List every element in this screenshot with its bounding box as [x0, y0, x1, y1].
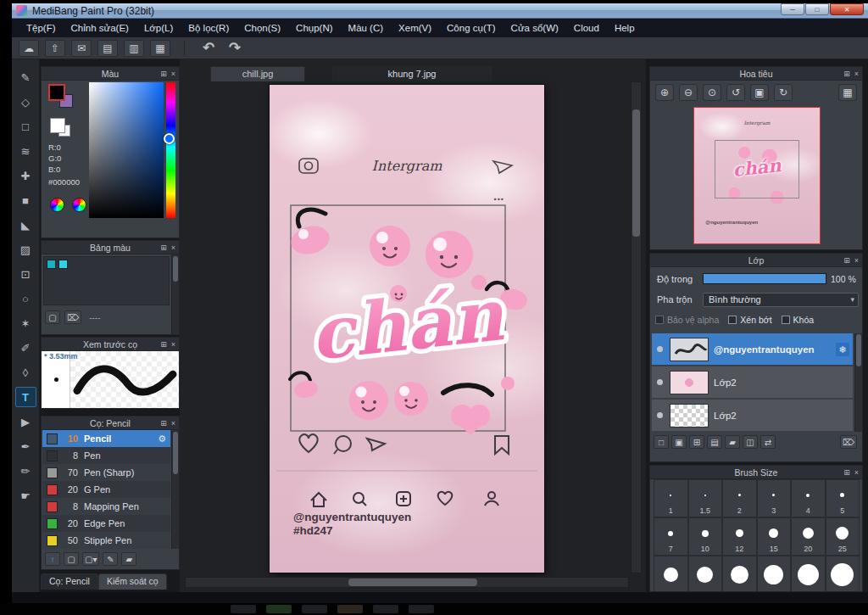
brush-size-option[interactable]: 2: [722, 479, 757, 517]
navigator-header[interactable]: Hoa tiêu ⊞ ×: [650, 67, 862, 81]
close-icon[interactable]: ×: [854, 466, 859, 479]
menu-cloud[interactable]: Cloud: [566, 19, 607, 37]
scrollbar-thumb[interactable]: [173, 256, 178, 282]
brush-size-option[interactable]: [826, 556, 860, 592]
gradient-tool[interactable]: ▨: [15, 239, 36, 260]
brush-size-option[interactable]: 15: [757, 517, 792, 556]
redo-button[interactable]: ↷: [225, 40, 245, 57]
saturation-value-picker[interactable]: [89, 82, 164, 218]
checkbox-box[interactable]: [782, 316, 790, 324]
popout-icon[interactable]: ⊞: [160, 338, 167, 351]
tab-brush-control[interactable]: Kiểm soát cọ: [98, 573, 167, 590]
new-layer-button[interactable]: □: [654, 435, 669, 449]
popout-icon[interactable]: ⊞: [843, 67, 850, 81]
brush-size-option[interactable]: 10: [688, 517, 723, 556]
delete-palette-color-button[interactable]: ⌦: [64, 310, 81, 324]
add-folder-button[interactable]: ▤: [707, 435, 722, 449]
popout-icon[interactable]: ⊞: [843, 254, 850, 267]
brush-size-option[interactable]: 12: [722, 517, 757, 556]
move-tool[interactable]: ✚: [15, 165, 36, 186]
layer-row[interactable]: Lớp2: [652, 400, 853, 432]
cloud-icon[interactable]: ☁: [19, 40, 39, 57]
brush-size-option[interactable]: [654, 556, 688, 592]
close-icon[interactable]: ×: [171, 417, 175, 430]
delete-layer-button[interactable]: ⌦: [840, 435, 857, 449]
panel-layout-icon[interactable]: ▦: [150, 40, 170, 57]
menu-cong-cu[interactable]: Công cụ(T): [439, 19, 504, 37]
canvas-vertical-scrollbar[interactable]: [631, 81, 642, 573]
brush-row[interactable]: 70 Pen (Sharp): [42, 464, 170, 481]
select-pen-tool[interactable]: ✐: [15, 338, 36, 358]
layer-list-scrollbar[interactable]: [854, 333, 862, 432]
menu-tep[interactable]: Tệp(F): [19, 19, 64, 37]
blend-mode-select[interactable]: Bình thường ▾: [703, 293, 859, 307]
zoom-in-button[interactable]: ⊕: [655, 84, 674, 101]
transfer-layer-button[interactable]: ⇄: [760, 435, 776, 449]
document-icon[interactable]: ▥: [124, 40, 144, 57]
brush-size-option[interactable]: [688, 556, 723, 592]
hue-marker[interactable]: [164, 133, 175, 144]
color-panel-header[interactable]: Màu ⊞ ×: [42, 67, 179, 81]
menu-chup[interactable]: Chụp(N): [288, 19, 340, 37]
brush-row[interactable]: 10 Pencil ⚙: [42, 430, 170, 447]
menu-cua-so[interactable]: Cửa sổ(W): [504, 19, 566, 37]
scrollbar-thumb[interactable]: [173, 432, 178, 474]
doc-tab-khung7[interactable]: khung 7.jpg: [332, 66, 492, 81]
eyedropper-tool[interactable]: ✒: [15, 436, 36, 456]
scrollbar-thumb[interactable]: [348, 579, 477, 586]
edit-brush-button[interactable]: ✎: [103, 552, 118, 566]
minimize-button[interactable]: ─: [781, 3, 804, 15]
scrollbar-thumb[interactable]: [856, 334, 861, 366]
magic-wand-tool[interactable]: ✶: [15, 313, 36, 333]
canvas-area[interactable]: chill.jpg khung 7.jpg Intergram ...: [180, 59, 646, 592]
color-wheel-button[interactable]: [50, 198, 64, 212]
palette-scrollbar[interactable]: [171, 254, 179, 334]
checkbox-box[interactable]: [728, 316, 737, 324]
brush-size-option[interactable]: 1.5: [688, 479, 723, 517]
tab-brush[interactable]: Cọ: Pencil: [41, 573, 98, 590]
popout-icon[interactable]: ⊞: [843, 466, 850, 479]
zoom-reset-button[interactable]: ⊙: [703, 84, 721, 101]
brush-row[interactable]: 8 Mapping Pen: [42, 498, 170, 515]
brush-size-option[interactable]: 3: [757, 479, 792, 517]
brush-size-option[interactable]: 7: [654, 517, 688, 556]
upload-icon[interactable]: ⇧: [45, 40, 65, 57]
checkbox-box[interactable]: [655, 316, 664, 324]
layer-row-active[interactable]: @nguyentrantuquyen ❄: [652, 333, 853, 366]
clipping-checkbox[interactable]: Xén bớt: [728, 315, 771, 325]
brush-size-option[interactable]: [757, 556, 792, 592]
layer-visibility-dot[interactable]: [657, 346, 663, 352]
close-icon[interactable]: ×: [854, 254, 859, 267]
brush-row[interactable]: 20 G Pen: [42, 481, 170, 498]
alpha-lock-checkbox[interactable]: Bảo vệ alpha: [655, 315, 719, 325]
brush-list-header[interactable]: Cọ: Pencil ⊞ ×: [42, 417, 179, 430]
brush-tool[interactable]: ✎: [15, 67, 36, 87]
menu-chon[interactable]: Chọn(S): [236, 19, 288, 37]
close-icon[interactable]: ×: [171, 241, 175, 254]
layer-style-button[interactable]: ⊞: [689, 435, 704, 449]
reset-view-button[interactable]: ▦: [838, 84, 857, 101]
hand-tool[interactable]: ☛: [15, 485, 36, 506]
layer-panel-header[interactable]: Lớp ⊞ ×: [650, 254, 862, 267]
new-brush-button[interactable]: ▢: [64, 552, 79, 566]
primary-color-swatch[interactable]: [48, 84, 65, 101]
select-tool[interactable]: ⊡: [15, 264, 36, 284]
canvas-horizontal-scrollbar[interactable]: [185, 577, 629, 588]
brush-row[interactable]: 8 Pen: [42, 447, 170, 464]
menu-help[interactable]: Help: [607, 19, 643, 37]
add-brush-menu-button[interactable]: ▢▾: [82, 552, 99, 566]
select-eraser-tool[interactable]: ◊: [15, 362, 36, 383]
color-wheel-alt-button[interactable]: [72, 198, 86, 212]
bucket-tool[interactable]: ◣: [15, 215, 36, 235]
brush-size-option[interactable]: 25: [826, 517, 860, 556]
brush-size-option[interactable]: 1: [654, 479, 688, 517]
layer-row[interactable]: Lớp2: [652, 366, 853, 399]
folder-button[interactable]: ▰: [725, 435, 740, 449]
scrollbar-thumb[interactable]: [632, 109, 640, 237]
brush-folder-button[interactable]: ▰: [121, 552, 136, 566]
eraser-tool[interactable]: ◇: [15, 92, 36, 112]
layer-visibility-dot[interactable]: [657, 379, 663, 385]
close-icon[interactable]: ×: [171, 338, 175, 351]
dot-pen-tool[interactable]: ≋: [15, 141, 36, 161]
operation-tool[interactable]: ▶: [15, 411, 36, 432]
